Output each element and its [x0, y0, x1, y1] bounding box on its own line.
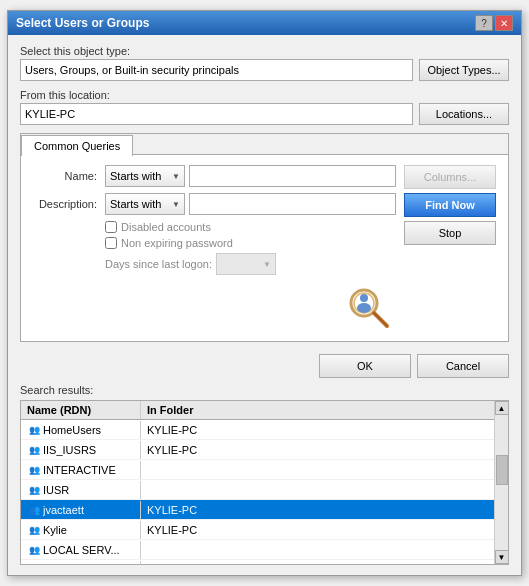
user-row-icon: 👥 [25, 482, 43, 498]
scroll-up-button[interactable]: ▲ [495, 401, 509, 415]
bottom-buttons: OK Cancel [20, 350, 509, 384]
user-row-icon: 👥 [25, 462, 43, 478]
table-row[interactable]: 👥 IIS_IUSRS KYLIE-PC [21, 440, 494, 460]
name-input[interactable] [189, 165, 396, 187]
tab-buttons: Columns... Find Now Stop [404, 165, 496, 331]
days-arrow: ▼ [263, 260, 271, 269]
desc-filter-dropdown[interactable]: Starts with ▼ [105, 193, 185, 215]
row-name: INTERACTIVE [43, 464, 138, 476]
location-group: From this location: Locations... [20, 89, 509, 125]
svg-point-5 [357, 303, 371, 313]
row-name: IIS_IUSRS [43, 444, 138, 456]
results-header: Name (RDN) In Folder [21, 401, 494, 420]
dialog-title: Select Users or Groups [16, 16, 149, 30]
desc-filter-value: Starts with [110, 198, 161, 210]
user-row-icon: 👥 [25, 502, 43, 518]
desc-label: Description: [33, 198, 101, 210]
desc-input[interactable] [189, 193, 396, 215]
table-row[interactable]: 👥 INTERACTIVE [21, 460, 494, 480]
object-type-row: Object Types... [20, 59, 509, 81]
results-table: Name (RDN) In Folder 👥 HomeUsers KYLIE-P… [21, 401, 494, 564]
find-now-button[interactable]: Find Now [404, 193, 496, 217]
location-row: Locations... [20, 103, 509, 125]
dialog-body: Select this object type: Object Types...… [8, 35, 521, 575]
stop-button[interactable]: Stop [404, 221, 496, 245]
name-label: Name: [33, 170, 101, 182]
row-folder [141, 489, 241, 491]
row-folder [141, 549, 241, 551]
user-row-icon: 👥 [25, 522, 43, 538]
name-filter-value: Starts with [110, 170, 161, 182]
table-row[interactable]: 👥 Kylie KYLIE-PC [21, 520, 494, 540]
title-bar-buttons: ? ✕ [475, 15, 513, 31]
name-filter-dropdown[interactable]: Starts with ▼ [105, 165, 185, 187]
row-folder: KYLIE-PC [141, 443, 241, 457]
title-bar: Select Users or Groups ? ✕ [8, 11, 521, 35]
location-label: From this location: [20, 89, 509, 101]
object-type-group: Select this object type: Object Types... [20, 45, 509, 81]
table-row[interactable]: 👥 HomeUsers KYLIE-PC [21, 420, 494, 440]
results-rows: 👥 HomeUsers KYLIE-PC 👥 IIS_IUSRS KYLIE-P… [21, 420, 494, 564]
object-type-field[interactable] [20, 59, 413, 81]
days-row: Days since last logon: ▼ [105, 253, 396, 275]
object-type-label: Select this object type: [20, 45, 509, 57]
col-name-header: Name (RDN) [21, 401, 141, 419]
disabled-row: Disabled accounts [105, 221, 396, 233]
scroll-thumb[interactable] [496, 455, 508, 485]
results-area: Name (RDN) In Folder 👥 HomeUsers KYLIE-P… [20, 400, 509, 565]
scroll-down-button[interactable]: ▼ [495, 550, 509, 564]
row-name: IUSR [43, 484, 138, 496]
tab-area: Common Queries Name: Starts with ▼ [20, 133, 509, 342]
search-results-label: Search results: [20, 384, 509, 396]
user-row-icon: 👥 [25, 422, 43, 438]
row-name: HomeUsers [43, 424, 138, 436]
user-row-icon: 👥 [25, 562, 43, 565]
svg-point-4 [360, 294, 368, 302]
svg-line-3 [374, 313, 387, 326]
row-name: Kylie [43, 524, 138, 536]
user-row-icon: 👥 [25, 442, 43, 458]
scrollbar[interactable]: ▲ ▼ [494, 401, 508, 564]
table-row[interactable]: 👥 jvactaett KYLIE-PC [21, 500, 494, 520]
row-folder: KYLIE-PC [141, 523, 241, 537]
table-row[interactable]: 👥 IUSR [21, 480, 494, 500]
tab-content: Name: Starts with ▼ Description: Starts … [21, 155, 508, 341]
location-field[interactable] [20, 103, 413, 125]
row-name: jvactaett [43, 504, 138, 516]
columns-button[interactable]: Columns... [404, 165, 496, 189]
ok-button[interactable]: OK [319, 354, 411, 378]
days-dropdown: ▼ [216, 253, 276, 275]
scroll-track [495, 415, 509, 550]
noexpiry-checkbox[interactable] [105, 237, 117, 249]
desc-filter-arrow: ▼ [172, 200, 180, 209]
noexpiry-label: Non expiring password [121, 237, 233, 249]
query-fields: Name: Starts with ▼ Description: Starts … [33, 165, 396, 331]
dialog-window: Select Users or Groups ? ✕ Select this o… [7, 10, 522, 576]
cancel-button[interactable]: Cancel [417, 354, 509, 378]
days-label: Days since last logon: [105, 258, 212, 270]
tab-header: Common Queries [21, 134, 508, 155]
locations-button[interactable]: Locations... [419, 103, 509, 125]
noexpiry-row: Non expiring password [105, 237, 396, 249]
user-row-icon: 👥 [25, 542, 43, 558]
help-button[interactable]: ? [475, 15, 493, 31]
magnifier-icon [344, 283, 392, 331]
row-folder: KYLIE-PC [141, 423, 241, 437]
row-folder: KYLIE-PC [141, 503, 241, 517]
desc-row: Description: Starts with ▼ [33, 193, 396, 215]
row-name: NETWORK [43, 564, 138, 565]
object-types-button[interactable]: Object Types... [419, 59, 509, 81]
name-row: Name: Starts with ▼ [33, 165, 396, 187]
tab-common-queries[interactable]: Common Queries [21, 135, 133, 156]
find-icon-area [33, 283, 396, 331]
row-name: LOCAL SERV... [43, 544, 138, 556]
table-row[interactable]: 👥 NETWORK [21, 560, 494, 564]
close-button[interactable]: ✕ [495, 15, 513, 31]
disabled-label: Disabled accounts [121, 221, 211, 233]
col-folder-header: In Folder [141, 401, 241, 419]
disabled-checkbox[interactable] [105, 221, 117, 233]
row-folder [141, 469, 241, 471]
table-row[interactable]: 👥 LOCAL SERV... [21, 540, 494, 560]
name-filter-arrow: ▼ [172, 172, 180, 181]
